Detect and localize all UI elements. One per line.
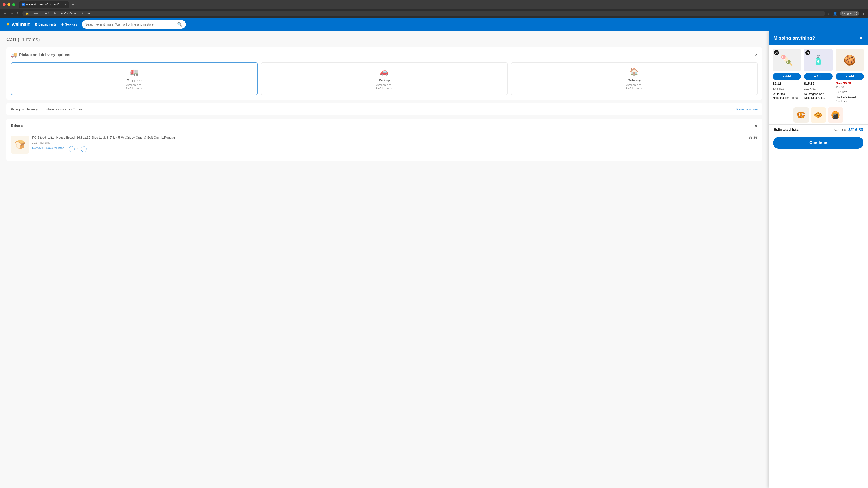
delivery-icon: 🏠 <box>515 67 754 76</box>
search-icon[interactable]: 🔍 <box>177 22 182 27</box>
save-for-later-link[interactable]: Save for later <box>46 146 64 152</box>
pickup-subtitle: Available for 8 of 11 Items <box>265 84 504 90</box>
continue-btn[interactable]: Continue <box>773 137 864 149</box>
continue-btn-container: Continue <box>769 135 868 153</box>
nav-services[interactable]: ⊕ Services <box>61 23 77 26</box>
qty-increase-btn[interactable]: + <box>81 146 87 152</box>
neutrogena-price: $15.67 <box>804 82 832 86</box>
win-max-btn[interactable] <box>12 3 15 6</box>
item-image: 🍞 <box>11 135 29 154</box>
nav-forward-btn[interactable]: → <box>9 11 14 16</box>
estimated-total-row: Estimated total $232.00 $216.83 <box>769 125 868 135</box>
win-controls <box>3 3 15 6</box>
reserve-time-link[interactable]: Reserve a time <box>737 107 758 111</box>
win-min-btn[interactable] <box>7 3 10 6</box>
item-unit: 12.1¢ /per unit <box>32 141 745 144</box>
tab-close-icon[interactable]: ✕ <box>64 3 66 6</box>
estimated-orig-price: $232.00 <box>834 128 846 132</box>
departments-icon: ⊞ <box>34 23 37 26</box>
panel-close-btn[interactable]: ✕ <box>859 35 863 41</box>
product-image-container-3: 🍪 <box>836 49 864 71</box>
walmart-header: ✦ walmart ⊞ Departments ⊕ Services 🔍 <box>0 18 868 31</box>
cart-content: Cart (11 items) 🚚 Pickup and delivery op… <box>0 31 769 488</box>
store-section-title: Pickup or delivery from store, as soon a… <box>11 107 82 111</box>
marshmallow-name: Jet-Puffed Marshmallow 1 lb Bag <box>773 92 801 100</box>
win-close-btn[interactable] <box>3 3 6 6</box>
pickup-icon: 🚗 <box>265 67 504 76</box>
side-panel: Missing anything? ✕ 🍡 16 + Add $2.12 13.… <box>769 31 868 488</box>
item-name: FG Sliced Italian House Bread, 16.8oz,16… <box>32 135 745 140</box>
incognito-badge: Incognito (3) <box>840 11 860 15</box>
browser-chrome: W walmart.com/cart?ss=lastCall&... ✕ + <box>0 0 868 9</box>
bookmark-icon[interactable]: ☆ <box>828 11 831 15</box>
panel-header: Missing anything? ✕ <box>769 31 868 45</box>
crackers-name: Stauffer's Animal Crackers... <box>836 96 864 103</box>
cart-title: Cart (11 items) <box>6 37 762 42</box>
profile-icon[interactable]: 👤 <box>833 11 837 15</box>
add-marshmallow-btn[interactable]: + Add <box>773 73 801 80</box>
item-details: FG Sliced Italian House Bread, 16.8oz,16… <box>32 135 745 152</box>
services-icon: ⊕ <box>61 23 64 26</box>
address-bar[interactable]: 🔒 walmart.com/cart?ss=lastCall&checkout=… <box>22 11 825 16</box>
crackers-orig-price: $12.06 <box>836 86 864 89</box>
neutrogena-image: 🧴 <box>813 55 824 65</box>
main-container: Cart (11 items) 🚚 Pickup and delivery op… <box>0 31 868 488</box>
logo-text: walmart <box>12 22 30 27</box>
nav-departments[interactable]: ⊞ Departments <box>34 23 57 26</box>
services-label: Services <box>65 23 77 26</box>
nav-back-btn[interactable]: ← <box>3 11 7 16</box>
items-header: 8 items ∧ <box>11 123 758 128</box>
cart-item-count: (11 items) <box>18 37 40 42</box>
bottom-products-row: 🥨 🧇 🍘 <box>769 105 868 125</box>
delivery-card[interactable]: 🏠 Delivery Available for 8 of 11 items <box>511 62 758 95</box>
browser-tabs: W walmart.com/cart?ss=lastCall&... ✕ + <box>19 1 865 8</box>
nav-refresh-btn[interactable]: ↻ <box>16 11 20 16</box>
product-card-marshmallow: 🍡 16 + Add $2.12 13.3 ¢/oz Jet-Puffed Ma… <box>773 49 801 103</box>
section-collapse-icon[interactable]: ∧ <box>755 53 758 57</box>
items-count-label: 8 items <box>11 124 23 128</box>
estimated-total-label: Estimated total <box>774 128 800 132</box>
estimated-sale-price: $216.83 <box>848 127 863 132</box>
panel-title: Missing anything? <box>774 35 815 41</box>
remove-link[interactable]: Remove <box>32 146 43 152</box>
crackers-price-row: Now $5.68 $12.06 <box>836 82 864 89</box>
shipping-card[interactable]: 🚛 Shipping Available for 3 of 11 items <box>11 62 258 95</box>
qty-decrease-btn[interactable]: − <box>69 146 74 152</box>
delivery-options: 🚛 Shipping Available for 3 of 11 items 🚗… <box>11 62 758 95</box>
section-header: 🚚 Pickup and delivery options ∧ <box>11 52 758 58</box>
pickup-card[interactable]: 🚗 Pickup Available for 8 of 11 Items <box>261 62 508 95</box>
product-badge-2: 75 <box>805 50 810 55</box>
lock-icon: 🔒 <box>26 12 29 15</box>
active-tab[interactable]: W walmart.com/cart?ss=lastCall&... ✕ <box>19 1 69 8</box>
neutrogena-name: Neutrogena Day & Night Ultra-Soft... <box>804 92 832 100</box>
bottom-product-ritz[interactable]: 🍘 <box>828 107 843 123</box>
crackers-per-unit: 23.7 ¢/oz <box>836 91 864 94</box>
walmart-logo[interactable]: ✦ walmart <box>5 21 30 28</box>
item-price: $3.98 <box>749 135 758 140</box>
search-input[interactable] <box>86 23 176 26</box>
product-card-neutrogena: 🧴 75 + Add $15.67 20.9 ¢/ea Neutrogena D… <box>804 49 832 103</box>
departments-label: Departments <box>38 23 57 26</box>
new-tab-btn[interactable]: + <box>70 2 76 7</box>
bottom-product-butter[interactable]: 🧇 <box>811 107 826 123</box>
crackers-image: 🍪 <box>844 54 856 66</box>
section-title: Pickup and delivery options <box>19 53 70 57</box>
estimated-total-prices: $232.00 $216.83 <box>834 127 863 132</box>
address-bar-row: ← → ↻ 🔒 walmart.com/cart?ss=lastCall&che… <box>0 9 868 18</box>
bottom-product-toasted[interactable]: 🥨 <box>794 107 809 123</box>
pickup-title: Pickup <box>265 78 504 82</box>
shipping-title: Shipping <box>14 78 254 82</box>
item-actions: Remove Save for later − 1 + <box>32 146 745 152</box>
url-text: walmart.com/cart?ss=lastCall&checkout=tr… <box>31 12 90 15</box>
add-neutrogena-btn[interactable]: + Add <box>804 73 832 80</box>
delivery-section-icon: 🚚 <box>11 52 17 58</box>
product-image-container-1: 🍡 16 <box>773 49 801 71</box>
product-card-crackers: 🍪 + Add Now $5.68 $12.06 23.7 ¢/oz Stauf… <box>836 49 864 103</box>
menu-icon[interactable]: ⋮ <box>862 11 865 15</box>
cart-overlay <box>0 31 769 488</box>
items-toggle-icon[interactable]: ∧ <box>754 123 758 128</box>
search-bar[interactable]: 🔍 <box>82 20 186 29</box>
qty-value: 1 <box>77 147 79 151</box>
add-crackers-btn[interactable]: + Add <box>836 73 864 80</box>
shipping-subtitle: Available for 3 of 11 items <box>14 84 254 90</box>
